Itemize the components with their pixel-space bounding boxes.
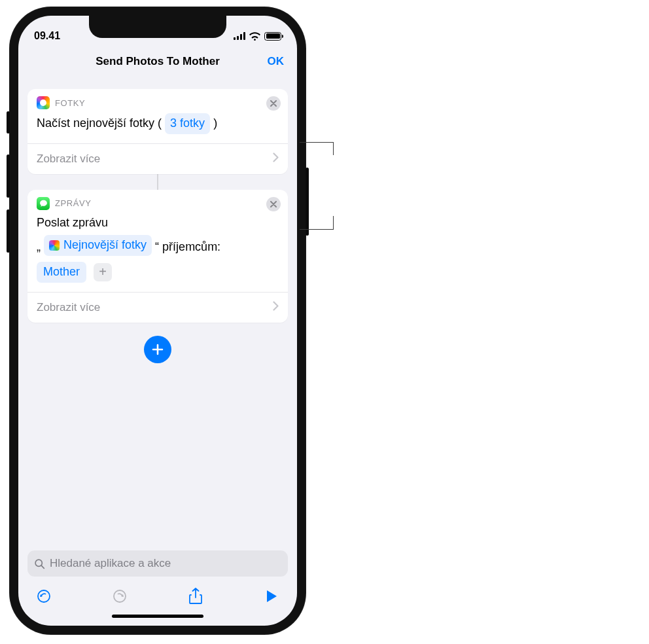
page-title: Send Photos To Mother [96, 55, 220, 68]
search-icon [34, 558, 45, 569]
action-card-photos[interactable]: FOTKY Načíst nejnovější fotky ( 3 fotky … [27, 89, 288, 174]
plus-icon [151, 343, 164, 356]
messages-app-icon [37, 197, 50, 210]
close-icon [266, 197, 281, 211]
chevron-right-icon [273, 152, 279, 166]
action-connector [157, 174, 158, 190]
phone-mute-switch [7, 111, 10, 134]
callout-line-2 [300, 229, 334, 230]
svg-point-2 [114, 590, 126, 602]
show-more-row[interactable]: Zobrazit více [27, 292, 288, 323]
chevron-right-icon [273, 301, 279, 314]
phone-side-button [306, 168, 309, 236]
show-more-label: Zobrazit více [37, 301, 100, 314]
toolbar [27, 584, 288, 609]
wifi-icon [249, 32, 260, 41]
variable-latest-photos[interactable]: Nejnovější fotky [44, 235, 152, 256]
action-app-label: FOTKY [55, 98, 85, 108]
editor-content: FOTKY Načíst nejnovější fotky ( 3 fotky … [18, 82, 297, 567]
param-count[interactable]: 3 fotky [165, 113, 210, 134]
home-indicator[interactable] [112, 615, 203, 618]
callout-line-1 [300, 142, 334, 143]
action-text-prefix: Načíst nejnovější fotky ( [37, 116, 162, 130]
status-time: 09.41 [34, 30, 60, 42]
recipients-label: příjemcům: [162, 240, 220, 253]
svg-point-1 [38, 590, 50, 602]
cellular-icon [234, 32, 245, 40]
delete-action-button[interactable] [266, 196, 281, 212]
phone-vol-up [7, 154, 10, 198]
photos-app-icon [37, 96, 50, 109]
quote-close: “ [155, 240, 159, 253]
notch [89, 16, 226, 38]
bottom-area: Hledané aplikace a akce [18, 550, 297, 626]
nav-bar: Send Photos To Mother OK [18, 47, 297, 76]
screen: 09.41 Send Photos To Mother OK FOTKY [18, 16, 297, 626]
status-right [234, 32, 281, 41]
add-recipient-button[interactable]: + [94, 263, 112, 281]
phone-frame: 09.41 Send Photos To Mother OK FOTKY [9, 7, 306, 635]
recipient-chip[interactable]: Mother [37, 262, 86, 283]
undo-button[interactable] [34, 587, 54, 605]
delete-action-button[interactable] [266, 96, 281, 111]
run-button[interactable] [262, 587, 281, 605]
redo-button[interactable] [110, 587, 130, 605]
close-icon [266, 96, 281, 111]
svg-point-0 [35, 560, 42, 566]
battery-icon [264, 32, 281, 41]
action-card-messages[interactable]: ZPRÁVY Poslat zprávu „ Nejnovější fotky [27, 190, 288, 323]
action-app-label: ZPRÁVY [55, 198, 92, 208]
done-button[interactable]: OK [268, 55, 285, 68]
search-placeholder: Hledané aplikace a akce [50, 557, 171, 570]
quote-open: „ [37, 240, 41, 253]
phone-vol-down [7, 209, 10, 253]
show-more-row[interactable]: Zobrazit více [27, 143, 288, 174]
action-text-suffix: ) [213, 116, 217, 130]
share-button[interactable] [186, 587, 205, 605]
action-line1: Poslat zprávu [37, 214, 279, 232]
add-action-button[interactable] [144, 336, 171, 363]
show-more-label: Zobrazit více [37, 152, 100, 166]
search-field[interactable]: Hledané aplikace a akce [27, 550, 288, 577]
